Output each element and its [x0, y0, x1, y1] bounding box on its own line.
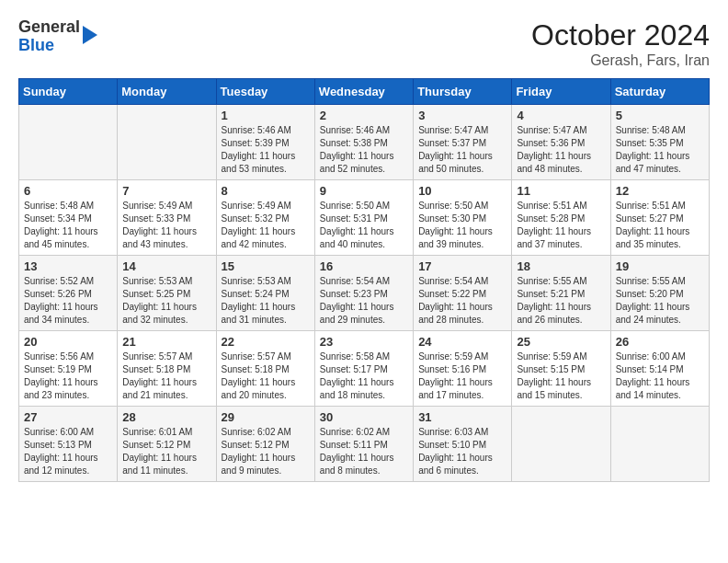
day-info-line: Sunrise: 6:00 AM [24, 426, 112, 439]
day-info-line: Daylight: 11 hours and 11 minutes. [122, 452, 210, 477]
day-cell [610, 407, 709, 482]
day-info-line: Sunset: 5:28 PM [517, 213, 605, 225]
day-number: 20 [24, 335, 112, 349]
day-info-line: Sunrise: 5:47 AM [418, 124, 506, 137]
day-number: 8 [222, 184, 310, 198]
day-info-line: Sunset: 5:26 PM [24, 288, 112, 301]
day-cell: 16Sunrise: 5:54 AMSunset: 5:23 PMDayligh… [314, 256, 413, 331]
day-info-line: Sunset: 5:16 PM [418, 363, 506, 376]
day-info-line: Sunset: 5:18 PM [122, 363, 210, 376]
column-header-sunday: Sunday [19, 79, 118, 105]
day-cell [118, 105, 216, 180]
day-info-line: Sunrise: 6:03 AM [418, 426, 506, 439]
day-cell: 31Sunrise: 6:03 AMSunset: 5:10 PMDayligh… [414, 407, 512, 482]
day-number: 23 [320, 335, 408, 349]
day-info-line: Daylight: 11 hours and 31 minutes. [222, 301, 310, 327]
day-info-line: Sunrise: 5:49 AM [222, 200, 310, 213]
day-cell: 21Sunrise: 5:57 AMSunset: 5:18 PMDayligh… [118, 331, 216, 407]
day-info-line: Sunset: 5:39 PM [222, 137, 310, 150]
day-cell: 28Sunrise: 6:01 AMSunset: 5:12 PMDayligh… [118, 407, 216, 482]
calendar-table: SundayMondayTuesdayWednesdayThursdayFrid… [18, 78, 710, 482]
day-info-line: Sunrise: 6:02 AM [222, 426, 310, 439]
day-number: 22 [222, 335, 310, 349]
day-number: 10 [418, 184, 506, 198]
day-info-line: Sunset: 5:32 PM [222, 213, 310, 225]
day-number: 13 [24, 259, 112, 273]
logo-blue: Blue [18, 37, 80, 55]
day-cell: 4Sunrise: 5:47 AMSunset: 5:36 PMDaylight… [512, 105, 610, 180]
day-info-line: Daylight: 11 hours and 8 minutes. [320, 452, 408, 477]
column-header-wednesday: Wednesday [314, 79, 413, 105]
column-header-saturday: Saturday [610, 79, 709, 105]
day-number: 28 [122, 410, 210, 424]
day-cell: 22Sunrise: 5:57 AMSunset: 5:18 PMDayligh… [216, 331, 314, 407]
day-info-line: Sunrise: 5:51 AM [616, 200, 704, 213]
day-info-line: Sunset: 5:34 PM [24, 213, 112, 225]
day-info-line: Sunrise: 5:55 AM [517, 275, 605, 288]
day-info-line: Daylight: 11 hours and 20 minutes. [222, 376, 310, 402]
day-info-line: Sunrise: 5:46 AM [222, 124, 310, 137]
day-info-line: Daylight: 11 hours and 50 minutes. [418, 150, 506, 176]
day-info-line: Sunrise: 6:02 AM [320, 426, 408, 439]
day-info-line: Sunset: 5:22 PM [418, 288, 506, 301]
day-cell: 11Sunrise: 5:51 AMSunset: 5:28 PMDayligh… [512, 180, 610, 256]
day-info-line: Sunset: 5:21 PM [517, 288, 605, 301]
day-info-line: Daylight: 11 hours and 35 minutes. [616, 225, 704, 251]
day-cell: 6Sunrise: 5:48 AMSunset: 5:34 PMDaylight… [19, 180, 118, 256]
week-row-3: 13Sunrise: 5:52 AMSunset: 5:26 PMDayligh… [19, 256, 710, 331]
day-number: 30 [320, 410, 408, 424]
day-cell: 7Sunrise: 5:49 AMSunset: 5:33 PMDaylight… [118, 180, 216, 256]
day-info-line: Sunset: 5:37 PM [418, 137, 506, 150]
day-number: 18 [517, 259, 605, 273]
day-number: 15 [222, 259, 310, 273]
day-info-line: Sunrise: 5:53 AM [222, 275, 310, 288]
day-info-line: Daylight: 11 hours and 34 minutes. [24, 301, 112, 327]
day-info-line: Sunset: 5:10 PM [418, 439, 506, 452]
day-info-line: Daylight: 11 hours and 47 minutes. [616, 150, 704, 176]
day-info-line: Daylight: 11 hours and 12 minutes. [24, 452, 112, 477]
day-info-line: Sunrise: 5:58 AM [320, 350, 408, 363]
day-info-line: Daylight: 11 hours and 6 minutes. [418, 452, 506, 477]
day-cell: 12Sunrise: 5:51 AMSunset: 5:27 PMDayligh… [610, 180, 709, 256]
day-cell: 13Sunrise: 5:52 AMSunset: 5:26 PMDayligh… [19, 256, 118, 331]
day-info-line: Daylight: 11 hours and 15 minutes. [517, 376, 605, 402]
day-info-line: Sunrise: 5:53 AM [122, 275, 210, 288]
day-number: 17 [418, 259, 506, 273]
day-info-line: Daylight: 11 hours and 42 minutes. [222, 225, 310, 251]
day-info-line: Daylight: 11 hours and 14 minutes. [616, 376, 704, 402]
day-info-line: Sunset: 5:25 PM [122, 288, 210, 301]
day-cell: 24Sunrise: 5:59 AMSunset: 5:16 PMDayligh… [414, 331, 512, 407]
title-block: October 2024 Gerash, Fars, Iran [531, 18, 710, 69]
day-info-line: Daylight: 11 hours and 18 minutes. [320, 376, 408, 402]
day-number: 3 [418, 109, 506, 122]
day-info-line: Sunrise: 5:51 AM [517, 200, 605, 213]
day-info-line: Sunrise: 5:54 AM [320, 275, 408, 288]
day-cell: 20Sunrise: 5:56 AMSunset: 5:19 PMDayligh… [19, 331, 118, 407]
day-info-line: Sunset: 5:35 PM [616, 137, 704, 150]
day-info-line: Sunset: 5:15 PM [517, 363, 605, 376]
day-info-line: Sunrise: 5:52 AM [24, 275, 112, 288]
day-number: 12 [616, 184, 704, 198]
day-info-line: Daylight: 11 hours and 29 minutes. [320, 301, 408, 327]
day-info-line: Daylight: 11 hours and 53 minutes. [222, 150, 310, 176]
day-cell: 18Sunrise: 5:55 AMSunset: 5:21 PMDayligh… [512, 256, 610, 331]
day-info-line: Sunrise: 5:56 AM [24, 350, 112, 363]
day-cell: 5Sunrise: 5:48 AMSunset: 5:35 PMDaylight… [610, 105, 709, 180]
day-info-line: Sunrise: 6:01 AM [122, 426, 210, 439]
day-number: 2 [320, 109, 408, 122]
day-cell: 29Sunrise: 6:02 AMSunset: 5:12 PMDayligh… [216, 407, 314, 482]
day-cell: 8Sunrise: 5:49 AMSunset: 5:32 PMDaylight… [216, 180, 314, 256]
day-info-line: Sunset: 5:12 PM [122, 439, 210, 452]
day-info-line: Daylight: 11 hours and 39 minutes. [418, 225, 506, 251]
day-info-line: Daylight: 11 hours and 21 minutes. [122, 376, 210, 402]
day-info-line: Daylight: 11 hours and 43 minutes. [122, 225, 210, 251]
day-number: 26 [616, 335, 704, 349]
day-number: 5 [616, 109, 704, 122]
day-info-line: Sunset: 5:19 PM [24, 363, 112, 376]
day-info-line: Sunset: 5:30 PM [418, 213, 506, 225]
column-header-monday: Monday [118, 79, 216, 105]
calendar-title: October 2024 [531, 18, 710, 52]
day-number: 7 [122, 184, 210, 198]
column-header-friday: Friday [512, 79, 610, 105]
day-number: 11 [517, 184, 605, 198]
